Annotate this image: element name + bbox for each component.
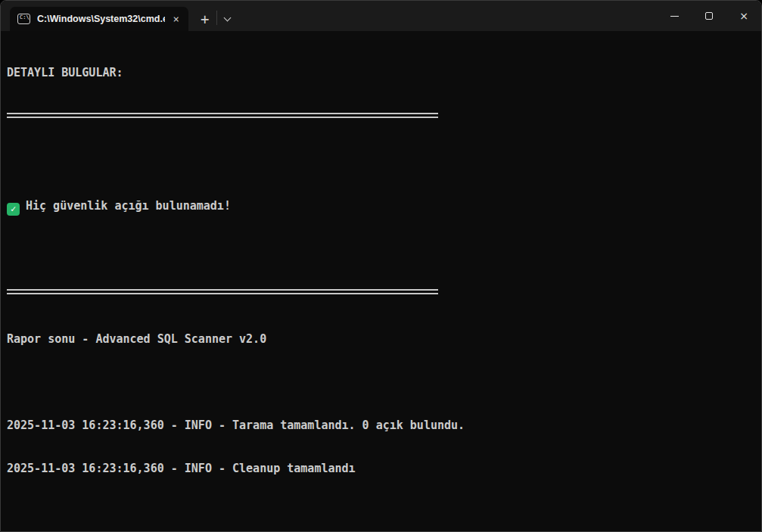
separator-double-line xyxy=(7,113,438,118)
separator-double-line xyxy=(7,289,438,294)
chevron-down-icon xyxy=(224,14,232,22)
terminal-window: C:\Windows\System32\cmd.e × + × DETAYLI … xyxy=(0,0,762,532)
new-tab-button[interactable]: + xyxy=(201,12,209,26)
report-end-line: Rapor sonu - Advanced SQL Scanner v2.0 xyxy=(7,332,761,347)
log-line: 2025-11-03 16:23:16,360 - INFO - Tarama … xyxy=(7,418,761,433)
maximize-icon xyxy=(705,12,713,20)
close-icon: × xyxy=(739,11,748,21)
cmd-icon xyxy=(17,14,30,24)
minimize-icon xyxy=(670,16,679,17)
no-vulnerability-line: ✓Hiç güvenlik açığı bulunamadı! xyxy=(7,199,761,213)
titlebar-divider xyxy=(216,11,217,25)
close-button[interactable]: × xyxy=(726,1,761,31)
minimize-button[interactable] xyxy=(657,1,692,31)
tab-dropdown-button[interactable] xyxy=(225,9,230,23)
detail-findings-header: DETAYLI BULGULAR: xyxy=(7,66,761,80)
tab-cmd[interactable]: C:\Windows\System32\cmd.e × xyxy=(10,7,188,31)
title-bar: C:\Windows\System32\cmd.e × + × xyxy=(1,1,761,31)
tab-title: C:\Windows\System32\cmd.e xyxy=(37,14,165,24)
log-line: 2025-11-03 16:23:16,360 - INFO - Cleanup… xyxy=(7,462,761,476)
tab-close-icon[interactable]: × xyxy=(172,14,181,24)
check-mark-icon: ✓ xyxy=(7,203,20,216)
maximize-button[interactable] xyxy=(692,1,726,31)
terminal-content[interactable]: DETAYLI BULGULAR: ✓Hiç güvenlik açığı bu… xyxy=(1,31,761,532)
no-vulnerability-text: Hiç güvenlik açığı bulunamadı! xyxy=(26,199,231,213)
